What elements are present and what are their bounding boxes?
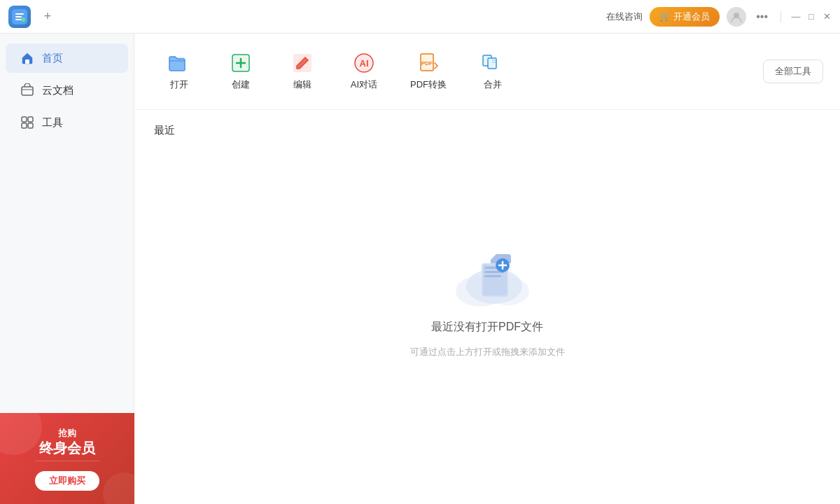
toolbar: 打开 创建	[134, 34, 840, 110]
vip-button[interactable]: 🛒 开通会员	[650, 7, 720, 27]
open-button[interactable]: 打开	[151, 45, 207, 98]
home-icon	[20, 50, 35, 66]
svg-rect-7	[28, 117, 33, 122]
create-button[interactable]: 创建	[213, 45, 269, 98]
open-label: 打开	[170, 78, 188, 91]
promo-banner[interactable]: 抢购 终身会员 立即购买	[0, 413, 134, 504]
titlebar-divider	[780, 11, 781, 22]
sidebar-item-cloud[interactable]: 云文档	[6, 76, 128, 105]
svg-rect-24	[488, 58, 496, 69]
minimize-button[interactable]: —	[791, 12, 801, 22]
empty-main-text: 最近没有打开PDF文件	[431, 320, 543, 335]
maximize-button[interactable]: □	[806, 12, 816, 22]
svg-rect-9	[28, 123, 33, 128]
window-controls: — □ ✕	[791, 12, 832, 22]
sidebar-item-home-label: 首页	[42, 52, 63, 65]
create-label: 创建	[232, 78, 250, 91]
content-area: 打开 创建	[134, 34, 840, 504]
open-icon	[168, 52, 190, 74]
ai-label: AI对话	[351, 78, 377, 91]
merge-label: 合并	[484, 78, 502, 91]
edit-label: 编辑	[293, 78, 312, 91]
recent-title: 最近	[154, 124, 820, 137]
promo-buy-button[interactable]: 立即购买	[35, 471, 99, 491]
sidebar-item-cloud-label: 云文档	[42, 84, 74, 97]
titlebar: + 在线咨询 🛒 开通会员 ••• — □ ✕	[0, 0, 840, 34]
edit-button[interactable]: 编辑	[274, 45, 330, 98]
cloud-icon	[20, 83, 35, 98]
svg-text:PDF: PDF	[421, 60, 433, 66]
tools-icon	[20, 115, 35, 130]
svg-rect-6	[22, 117, 27, 122]
sidebar-item-home[interactable]: 首页	[6, 43, 128, 73]
close-button[interactable]: ✕	[822, 12, 832, 22]
sidebar-item-tools[interactable]: 工具	[6, 108, 128, 137]
svg-rect-35	[484, 275, 501, 277]
svg-rect-8	[22, 123, 27, 128]
sidebar-item-tools-label: 工具	[42, 116, 63, 130]
svg-text:AI: AI	[360, 58, 369, 69]
all-tools-button[interactable]: 全部工具	[763, 59, 823, 83]
empty-state: 最近没有打开PDF文件 可通过点击上方打开或拖拽来添加文件	[154, 148, 820, 490]
edit-icon	[291, 52, 314, 74]
pdf-convert-button[interactable]: PDF PDF转换	[398, 45, 459, 98]
ai-button[interactable]: AI AI对话	[336, 45, 392, 98]
consult-button[interactable]: 在线咨询	[606, 10, 643, 23]
recent-area: 最近	[134, 110, 840, 504]
merge-icon	[482, 52, 504, 74]
sidebar: 首页 云文档 工具	[0, 34, 134, 504]
promo-title: 终身会员	[39, 440, 95, 456]
pdf-icon: PDF	[417, 52, 440, 74]
pdf-label: PDF转换	[410, 78, 447, 91]
empty-illustration	[445, 239, 529, 309]
svg-rect-4	[22, 87, 33, 95]
more-button[interactable]: •••	[753, 10, 771, 23]
vip-icon: 🛒	[659, 11, 671, 22]
svg-rect-3	[25, 59, 29, 64]
deco-circle2	[103, 472, 134, 504]
new-tab-button[interactable]: +	[38, 7, 57, 27]
user-avatar[interactable]	[727, 7, 746, 27]
ai-icon: AI	[353, 52, 375, 74]
merge-button[interactable]: 合并	[465, 45, 521, 98]
promo-badge: 抢购	[58, 427, 76, 440]
create-icon	[230, 52, 252, 74]
app-logo	[8, 6, 31, 28]
empty-sub-text: 可通过点击上方打开或拖拽来添加文件	[410, 346, 565, 358]
main-layout: 首页 云文档 工具	[0, 34, 840, 504]
svg-point-1	[21, 18, 25, 22]
